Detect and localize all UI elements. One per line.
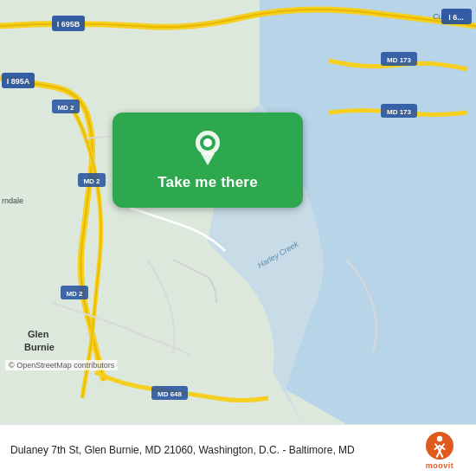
moovit-logo[interactable]: moovit xyxy=(414,432,466,470)
svg-point-31 xyxy=(437,435,442,441)
svg-text:Glen: Glen xyxy=(28,329,49,339)
svg-text:MD 173: MD 173 xyxy=(387,108,412,116)
svg-text:rndale: rndale xyxy=(2,196,23,205)
svg-text:Burnie: Burnie xyxy=(24,342,55,352)
address-label: Dulaney 7th St, Glen Burnie, MD 21060, W… xyxy=(10,444,355,456)
svg-text:I 6...: I 6... xyxy=(448,13,464,22)
svg-text:MD 2: MD 2 xyxy=(57,104,74,112)
svg-marker-29 xyxy=(201,153,215,165)
take-me-there-button[interactable]: Take me there xyxy=(113,113,303,208)
svg-text:MD 173: MD 173 xyxy=(387,56,412,64)
take-me-there-label: Take me there xyxy=(158,174,258,191)
address-text: Dulaney 7th St, Glen Burnie, MD 21060, W… xyxy=(10,443,355,457)
svg-point-1 xyxy=(333,346,394,381)
osm-attribution: © OpenStreetMap contributors xyxy=(5,360,118,370)
map-container: I 695B I 895A MD 2 MD 2 MD 2 MD 173 MD 1… xyxy=(0,0,476,424)
svg-text:MD 2: MD 2 xyxy=(66,290,83,298)
svg-text:I 695B: I 695B xyxy=(57,20,80,29)
moovit-label: moovit xyxy=(426,461,454,470)
moovit-icon xyxy=(426,432,453,460)
svg-text:MD 648: MD 648 xyxy=(158,390,183,398)
location-pin-icon xyxy=(192,129,223,167)
svg-point-28 xyxy=(203,138,212,147)
info-bar: Dulaney 7th St, Glen Burnie, MD 21060, W… xyxy=(0,424,476,476)
svg-text:I 895A: I 895A xyxy=(7,77,30,86)
svg-text:MD 2: MD 2 xyxy=(83,177,100,185)
svg-point-2 xyxy=(381,318,415,339)
